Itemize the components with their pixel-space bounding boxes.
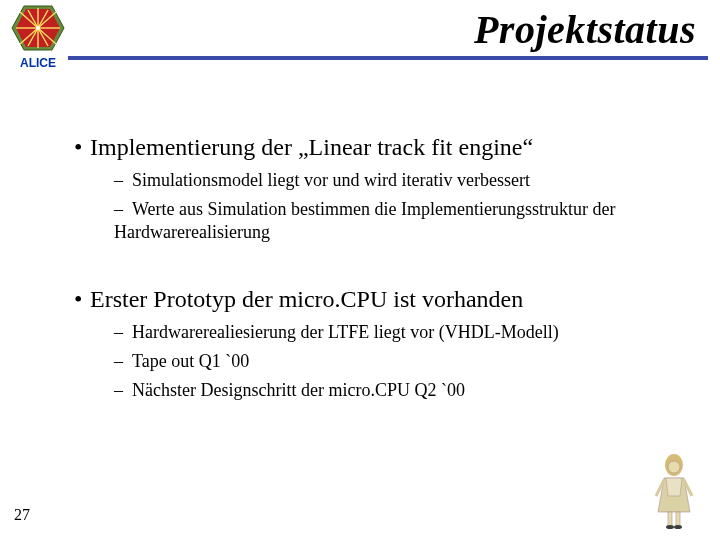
bullet-2-sub-1: –Hardwarerealiesierung der LTFE liegt vo…	[114, 321, 690, 344]
page-number: 27	[14, 506, 30, 524]
svg-point-16	[668, 461, 680, 473]
bullet-2-sub-2: –Tape out Q1 `00	[114, 350, 690, 373]
bullet-1-sub-1-text: Simulationsmodel liegt vor und wird iter…	[132, 170, 530, 190]
bullet-2-sub-3-text: Nächster Designschritt der micro.CPU Q2 …	[132, 380, 465, 400]
bullet-1-text: Implementierung der „Linear track fit en…	[90, 134, 533, 160]
svg-point-14	[36, 26, 40, 30]
svg-point-19	[666, 525, 674, 529]
page-title: Projektstatus	[474, 6, 696, 53]
alice-logo-icon	[10, 4, 66, 52]
svg-point-20	[674, 525, 682, 529]
bullet-glyph: •	[74, 134, 90, 161]
dash-glyph: –	[114, 350, 132, 373]
bullet-2-line: •Erster Prototyp der micro.CPU ist vorha…	[74, 286, 690, 313]
bullet-1: •Implementierung der „Linear track fit e…	[74, 134, 690, 244]
dash-glyph: –	[114, 321, 132, 344]
bullet-1-line: •Implementierung der „Linear track fit e…	[74, 134, 690, 161]
dash-glyph: –	[114, 198, 132, 221]
header: ALICE Projektstatus	[0, 0, 720, 70]
slide: ALICE Projektstatus •Implementierung der…	[0, 0, 720, 540]
alice-figure-icon	[646, 452, 702, 530]
bullet-2-sub-2-text: Tape out Q1 `00	[132, 351, 249, 371]
bullet-2-text: Erster Prototyp der micro.CPU ist vorhan…	[90, 286, 523, 312]
bullet-2-sub-1-text: Hardwarerealiesierung der LTFE liegt vor…	[132, 322, 559, 342]
bullet-2-sub-3: –Nächster Designschritt der micro.CPU Q2…	[114, 379, 690, 402]
dash-glyph: –	[114, 379, 132, 402]
bullet-1-sub-1: –Simulationsmodel liegt vor und wird ite…	[114, 169, 690, 192]
dash-glyph: –	[114, 169, 132, 192]
bullet-1-sub-2: –Werte aus Simulation bestimmen die Impl…	[114, 198, 690, 244]
bullet-glyph: •	[74, 286, 90, 313]
bullet-1-sub-2-text: Werte aus Simulation bestimmen die Imple…	[114, 199, 615, 242]
alice-logo: ALICE	[10, 4, 66, 66]
header-divider	[68, 56, 708, 60]
content: •Implementierung der „Linear track fit e…	[74, 134, 690, 402]
svg-rect-17	[668, 512, 672, 526]
svg-rect-18	[676, 512, 680, 526]
bullet-2: •Erster Prototyp der micro.CPU ist vorha…	[74, 286, 690, 402]
logo-label: ALICE	[10, 56, 66, 70]
